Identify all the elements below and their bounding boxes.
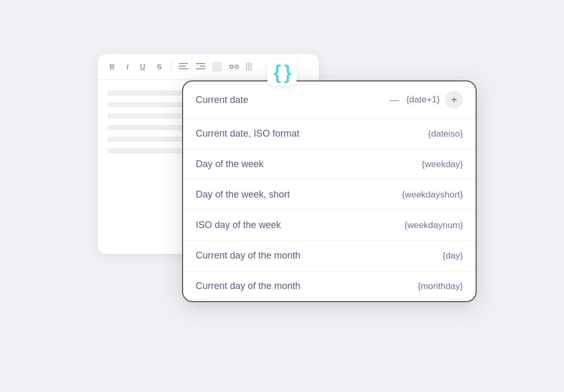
strikethrough-button[interactable]: S: [155, 61, 164, 72]
row-label: Current day of the month: [196, 250, 442, 261]
row-code: {dateiso}: [428, 129, 463, 139]
row-controls: {weekdayshort}: [402, 190, 463, 200]
row-code: {day}: [442, 251, 463, 261]
row-code: {weekdayshort}: [402, 190, 463, 200]
popup-row: ISO day of the week{weekdaynum}: [183, 210, 476, 241]
toolbar-divider: [171, 62, 172, 71]
link-icon[interactable]: [229, 65, 239, 69]
indent-icon[interactable]: [196, 63, 205, 70]
popup-row: Day of the week{weekday}: [183, 149, 476, 180]
row-controls: —{date+1}+: [387, 91, 463, 109]
row-label: Current date: [196, 95, 387, 106]
row-label: ISO day of the week: [196, 220, 404, 231]
bold-button[interactable]: B: [107, 61, 117, 72]
minus-button[interactable]: —: [387, 95, 401, 106]
popup-row: Current date—{date+1}+: [183, 81, 476, 119]
italic-button[interactable]: I: [124, 61, 130, 72]
row-controls: {weekday}: [422, 159, 463, 170]
row-label: Current date, ISO format: [196, 128, 428, 139]
popup-row: Day of the week, short{weekdayshort}: [183, 180, 476, 210]
row-controls: {monthday}: [418, 281, 463, 292]
row-code: {weekday}: [422, 159, 463, 170]
image-icon[interactable]: [213, 62, 222, 71]
row-controls: {dateiso}: [428, 129, 463, 139]
list-icon[interactable]: [179, 63, 188, 70]
row-label: Day of the week: [196, 159, 422, 170]
row-label: Day of the week, short: [196, 189, 402, 200]
popup-row: Current day of the month{monthday}: [183, 271, 476, 301]
popup-row: Current day of the month{day}: [183, 241, 476, 271]
row-label: Current day of the month: [196, 281, 418, 292]
brace-icon: { }: [267, 59, 297, 86]
row-code: {date+1}: [406, 95, 440, 105]
popup-row: Current date, ISO format{dateiso}: [183, 119, 476, 149]
row-controls: {weekdaynum}: [404, 220, 463, 231]
plus-button[interactable]: +: [445, 91, 463, 109]
row-controls: {day}: [442, 251, 463, 261]
row-code: {weekdaynum}: [404, 220, 463, 231]
row-code: {monthday}: [418, 281, 463, 292]
underline-button[interactable]: U: [138, 61, 147, 72]
table-icon[interactable]: [246, 63, 258, 71]
popup-card: Current date—{date+1}+Current date, ISO …: [182, 80, 477, 302]
